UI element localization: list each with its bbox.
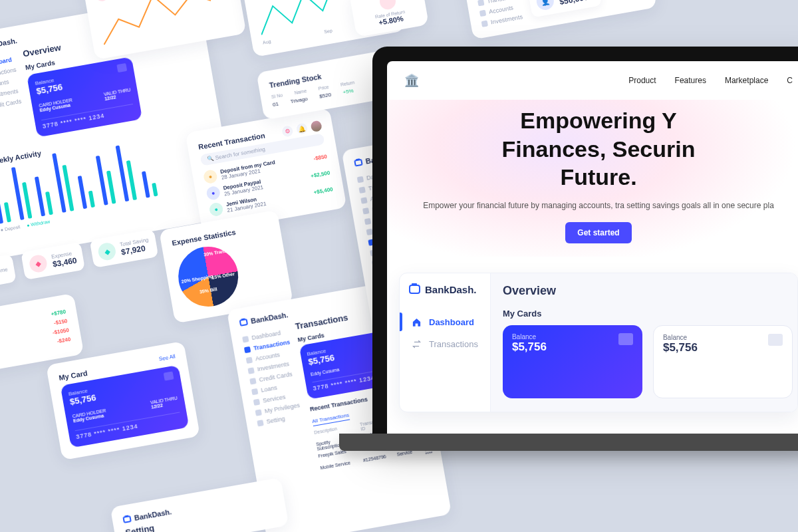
hero-subtitle: Empower your financial future by managin… [407, 201, 790, 210]
panel-loans: BankDash. Dashboard Transactions Account… [460, 0, 657, 39]
transfer-icon [412, 339, 422, 349]
sidebar-item-dashboard[interactable]: Dashboard [409, 311, 481, 333]
dashboard-preview: BankDash. Dashboard Transactions Overvie… [399, 273, 798, 412]
nav-product[interactable]: Product [628, 76, 656, 85]
sidebar-item-transactions[interactable]: Transactions [409, 333, 481, 355]
panel-setting: BankDash. Setting [110, 477, 289, 532]
credit-card: Balance$5,756 CARD HOLDEREddy CusumaVALI… [27, 57, 142, 137]
hero-title: Empowering Y Finances, Securin Future. [407, 106, 790, 192]
see-all-link[interactable]: See All [158, 353, 176, 364]
brand: BankDash. [409, 284, 481, 295]
sidebar-mini: Dashboard Transactions Accounts Investme… [0, 56, 29, 146]
panel-mycard: My Card See All Balance$5,756 CARD HOLDE… [46, 341, 200, 460]
laptop-mockup: 🏛️ Product Features Marketplace C Empowe… [372, 47, 798, 451]
home-icon [412, 317, 422, 327]
balance-card-secondary[interactable]: Balance$5,756 [653, 325, 793, 398]
nav-marketplace[interactable]: Marketplace [725, 76, 768, 85]
bank-logo-icon: 🏛️ [404, 73, 419, 88]
hero: Empowering Y Finances, Securin Future. E… [387, 100, 798, 257]
section-title: My Cards [503, 309, 793, 319]
laptop-base [339, 434, 798, 451]
expense-pie-chart: 30% Transfer20% Shopping15% Other35% Bil… [174, 242, 243, 311]
get-started-button[interactable]: Get started [565, 222, 631, 243]
settings-icon[interactable]: ⚙ [281, 125, 294, 138]
investment-line-chart [97, 0, 215, 45]
brand-mark-icon [409, 285, 420, 294]
page-title: Overview [503, 284, 793, 298]
nav-features[interactable]: Features [675, 76, 706, 85]
stat-box: ◆ Income [0, 254, 17, 291]
avatar[interactable] [310, 120, 323, 133]
balance-card-primary[interactable]: Balance$5,756 [503, 325, 642, 398]
bell-icon[interactable]: 🔔 [296, 122, 309, 135]
nav-more[interactable]: C [787, 76, 793, 85]
landing-header: 🏛️ Product Features Marketplace C [387, 61, 798, 100]
